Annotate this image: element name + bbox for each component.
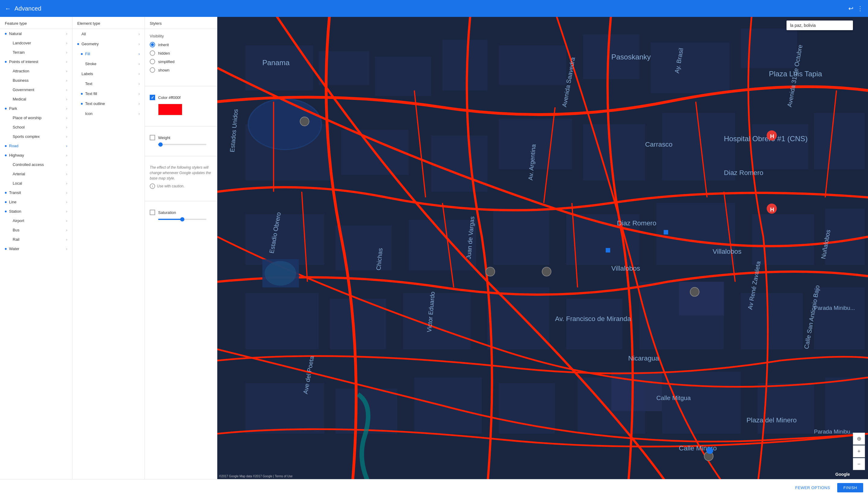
svg-text:Carrasco: Carrasco (645, 141, 672, 148)
svg-text:Parada Minibu...: Parada Minibu... (814, 429, 855, 435)
element-label-all: All (81, 32, 138, 36)
feature-item-airport[interactable]: Airport› (0, 216, 72, 226)
feature-item-local[interactable]: Local› (0, 179, 72, 188)
map-search-box[interactable]: la paz, bolivia (787, 20, 853, 30)
svg-text:Hospital Obrero #1 (CNS): Hospital Obrero #1 (CNS) (724, 135, 808, 143)
weight-slider-thumb[interactable] (158, 142, 163, 146)
feature-item-bus[interactable]: Bus› (0, 226, 72, 235)
weight-slider-track[interactable] (158, 144, 207, 145)
saturation-label: Saturation (158, 210, 176, 215)
feature-label-local: Local (13, 181, 66, 186)
svg-rect-82 (664, 230, 668, 234)
svg-text:H: H (770, 206, 774, 213)
feature-item-sports_complex[interactable]: Sports complex› (0, 132, 72, 141)
svg-rect-36 (499, 383, 555, 434)
feature-chevron-attraction: › (66, 69, 67, 73)
feature-item-attraction[interactable]: Attraction› (0, 66, 72, 76)
element-chevron-stroke: › (138, 62, 140, 66)
element-item-all[interactable]: All› (73, 29, 144, 39)
feature-chevron-station: › (66, 210, 67, 214)
feature-item-line[interactable]: Line› (0, 197, 72, 207)
radio-circle-simplified (150, 59, 155, 64)
feature-item-landcover[interactable]: Landcover› (0, 38, 72, 48)
stylers-panel: Stylers Visibility inherithiddensimplifi… (145, 17, 217, 479)
finish-button[interactable]: FINISH (837, 483, 863, 492)
element-group-label-labels_header: Labels (81, 72, 138, 76)
feature-item-poi[interactable]: Points of interest› (0, 57, 72, 66)
feature-item-highway[interactable]: Highway› (0, 151, 72, 160)
visibility-option-shown[interactable]: shown (150, 67, 212, 73)
visibility-title: Visibility (150, 34, 212, 38)
undo-button[interactable]: ↩ (848, 5, 853, 12)
svg-rect-42 (679, 282, 724, 315)
visibility-option-inherit[interactable]: inherit (150, 42, 212, 47)
feature-item-rail[interactable]: Rail› (0, 235, 72, 244)
feature-item-arterial[interactable]: Arterial› (0, 169, 72, 179)
element-item-icon[interactable]: Icon› (73, 109, 144, 119)
svg-text:Villalobos: Villalobos (713, 248, 741, 255)
feature-item-place_worship[interactable]: Place of worship› (0, 113, 72, 123)
feature-label-water: Water (9, 247, 66, 251)
element-item-text[interactable]: Text› (73, 79, 144, 89)
svg-rect-17 (245, 214, 324, 265)
color-checkbox[interactable]: ✓ (150, 95, 155, 100)
feature-item-terrain[interactable]: Terrain› (0, 48, 72, 57)
feature-item-controlled_access[interactable]: Controlled access› (0, 160, 72, 169)
google-logo: Google (835, 472, 850, 477)
zoom-in-button[interactable]: + (853, 445, 865, 458)
feature-item-school[interactable]: School› (0, 123, 72, 132)
element-group-labels_header[interactable]: Labels› (73, 69, 144, 79)
svg-point-77 (300, 117, 309, 126)
svg-rect-11 (431, 136, 488, 192)
weight-checkbox[interactable] (150, 135, 155, 140)
visibility-radio-group: inherithiddensimplifiedshown (150, 42, 212, 73)
saturation-checkbox[interactable] (150, 210, 155, 215)
color-swatch[interactable] (158, 104, 182, 115)
location-button[interactable]: ⊕ (853, 433, 865, 445)
element-dot-geometry (77, 43, 79, 45)
map-area[interactable]: Panama Pasoskanky Ay. Brasil Plaza Luis … (217, 17, 868, 479)
element-item-geometry[interactable]: Geometry› (73, 39, 144, 49)
feature-item-water[interactable]: Water› (0, 244, 72, 253)
svg-point-85 (265, 261, 296, 286)
svg-point-79 (542, 267, 551, 276)
feature-chevron-terrain: › (66, 50, 67, 55)
svg-text:Calle Mitgua: Calle Mitgua (656, 394, 691, 401)
visibility-option-hidden[interactable]: hidden (150, 50, 212, 56)
feature-chevron-park: › (66, 107, 67, 111)
feature-label-highway: Highway (9, 153, 66, 157)
svg-rect-23 (752, 214, 814, 265)
feature-item-park[interactable]: Park› (0, 104, 72, 113)
element-chevron-text_outline: › (138, 102, 140, 106)
feature-item-natural[interactable]: Natural› (0, 29, 72, 38)
svg-text:Pasoskanky: Pasoskanky (611, 53, 651, 61)
svg-rect-35 (414, 377, 482, 434)
visibility-section: Visibility inherithiddensimplifiedshown (145, 29, 217, 82)
app-header: ← Advanced ↩ ⋮ (0, 0, 868, 17)
saturation-slider-thumb[interactable] (180, 217, 184, 221)
fewer-options-button[interactable]: FEWER OPTIONS (792, 483, 834, 492)
svg-rect-28 (487, 288, 549, 350)
weight-label: Weight (158, 136, 170, 140)
saturation-slider-track[interactable] (158, 219, 207, 220)
feature-item-medical[interactable]: Medical› (0, 94, 72, 104)
feature-item-road[interactable]: Road› (0, 141, 72, 151)
element-item-text_fill[interactable]: Text fill› (73, 89, 144, 99)
radio-circle-inherit (150, 42, 155, 47)
element-item-stroke[interactable]: Stroke› (73, 59, 144, 69)
element-item-fill[interactable]: Fill› (73, 49, 144, 59)
zoom-out-button[interactable]: − (853, 458, 865, 470)
svg-point-80 (690, 288, 699, 297)
back-button[interactable]: ← (5, 5, 11, 12)
feature-item-business[interactable]: Business› (0, 76, 72, 85)
more-button[interactable]: ⋮ (857, 5, 863, 12)
element-item-text_outline[interactable]: Text outline› (73, 99, 144, 109)
element-chevron-text_fill: › (138, 92, 140, 96)
feature-item-station[interactable]: Station› (0, 207, 72, 216)
radio-label-shown: shown (158, 68, 170, 73)
caution-row: i Use with caution. (150, 183, 212, 189)
svg-text:Villalobos: Villalobos (611, 265, 640, 272)
feature-item-transit[interactable]: Transit› (0, 188, 72, 197)
visibility-option-simplified[interactable]: simplified (150, 59, 212, 64)
feature-item-government[interactable]: Government› (0, 85, 72, 94)
